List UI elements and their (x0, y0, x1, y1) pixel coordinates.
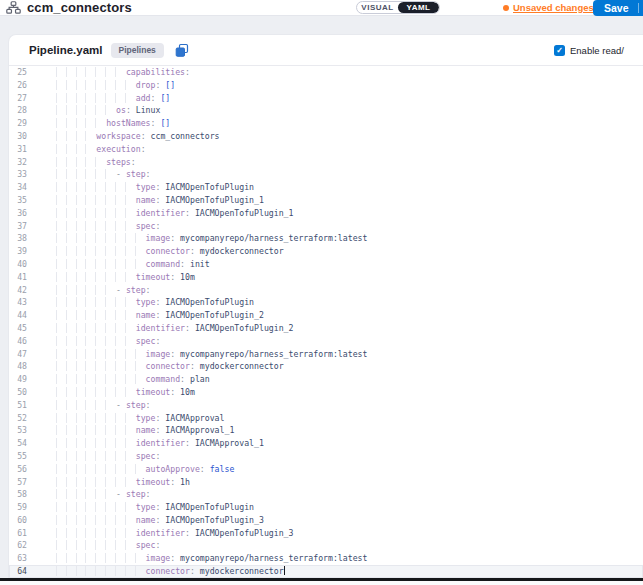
line-number: 38 (9, 232, 27, 245)
line-number: 40 (9, 258, 27, 271)
save-menu-button[interactable] (639, 6, 643, 11)
code-line[interactable]: 27 add: [] (9, 92, 643, 105)
code-line[interactable]: 42 - step: (9, 284, 643, 297)
toggle-yaml[interactable]: YAML (398, 2, 439, 13)
line-number: 54 (9, 437, 27, 450)
code-line[interactable]: 55 spec: (9, 450, 643, 463)
line-number: 27 (9, 92, 27, 105)
code-line[interactable]: 58 - step: (9, 488, 643, 501)
enable-read-checkbox[interactable]: ✓ (554, 45, 565, 56)
code-line[interactable]: 49 command: plan (9, 373, 643, 386)
line-number: 49 (9, 373, 27, 386)
line-number: 29 (9, 117, 27, 130)
line-number: 64 (9, 565, 27, 578)
save-split-button: Save (593, 0, 643, 16)
code-line[interactable]: 53 name: IACMApproval_1 (9, 424, 643, 437)
yaml-editor-card: Pipeline.yaml Pipelines ✓ Enable read/ 2… (8, 34, 643, 578)
code-line[interactable]: 30 workspace: ccm_connectors (9, 130, 643, 143)
unsaved-dot-icon (503, 5, 509, 11)
save-button[interactable]: Save (593, 2, 638, 14)
code-line[interactable]: 48 connector: mydockerconnector (9, 360, 643, 373)
line-number: 33 (9, 168, 27, 181)
code-line[interactable]: 62 spec: (9, 539, 643, 552)
code-line[interactable]: 57 timeout: 1h (9, 476, 643, 489)
code-line[interactable]: 29 hostNames: [] (9, 117, 643, 130)
code-line[interactable]: 37 spec: (9, 220, 643, 233)
code-line[interactable]: 50 timeout: 10m (9, 386, 643, 399)
code-line[interactable]: 43 type: IACMOpenTofuPlugin (9, 296, 643, 309)
code-line[interactable]: 38 image: mycompanyrepo/harness_terrafor… (9, 232, 643, 245)
code-line[interactable]: 60 name: IACMOpenTofuPlugin_3 (9, 514, 643, 527)
line-number: 55 (9, 450, 27, 463)
line-number: 59 (9, 501, 27, 514)
toggle-visual[interactable]: VISUAL (357, 2, 398, 13)
page-title: ccm_connectors (27, 0, 132, 15)
line-number: 28 (9, 104, 27, 117)
line-number: 56 (9, 463, 27, 476)
line-number: 35 (9, 194, 27, 207)
code-line[interactable]: 41 timeout: 10m (9, 271, 643, 284)
pipeline-icon (6, 1, 21, 14)
text-caret (284, 566, 285, 575)
file-name-label: Pipeline.yaml (29, 44, 103, 56)
code-line[interactable]: 61 identifier: IACMOpenTofuPlugin_3 (9, 527, 643, 540)
unsaved-label: Unsaved changes (513, 2, 594, 13)
line-number: 31 (9, 143, 27, 156)
code-line[interactable]: 47 image: mycompanyrepo/harness_terrafor… (9, 348, 643, 361)
bottom-gap (0, 581, 643, 585)
code-line[interactable]: 36 identifier: IACMOpenTofuPlugin_1 (9, 207, 643, 220)
pipeline-title-wrap: ccm_connectors (6, 0, 132, 15)
line-number: 41 (9, 271, 27, 284)
code-line[interactable]: 52 type: IACMApproval (9, 412, 643, 425)
editor-tab-row: Pipeline.yaml Pipelines ✓ Enable read/ (9, 35, 643, 66)
line-number: 52 (9, 412, 27, 425)
line-number: 57 (9, 476, 27, 489)
code-lines: 25 capabilities:26 drop: []27 add: []28 … (9, 66, 643, 578)
line-number: 32 (9, 156, 27, 169)
line-number: 47 (9, 348, 27, 361)
line-number: 44 (9, 309, 27, 322)
code-line[interactable]: 45 identifier: IACMOpenTofuPlugin_2 (9, 322, 643, 335)
code-line[interactable]: 40 command: init (9, 258, 643, 271)
code-line[interactable]: 34 type: IACMOpenTofuPlugin (9, 181, 643, 194)
code-line[interactable]: 63 image: mycompanyrepo/harness_terrafor… (9, 552, 643, 565)
code-line[interactable]: 46 spec: (9, 335, 643, 348)
line-number: 26 (9, 79, 27, 92)
code-line[interactable]: 59 type: IACMOpenTofuPlugin (9, 501, 643, 514)
code-line[interactable]: 32 steps: (9, 156, 643, 169)
line-number: 43 (9, 296, 27, 309)
line-number: 63 (9, 552, 27, 565)
line-number: 53 (9, 424, 27, 437)
code-line[interactable]: 39 connector: mydockerconnector (9, 245, 643, 258)
line-number: 58 (9, 488, 27, 501)
line-number: 46 (9, 335, 27, 348)
line-number: 25 (9, 66, 27, 79)
code-line[interactable]: 64 connector: mydockerconnector (9, 565, 643, 578)
yaml-code-editor[interactable]: 25 capabilities:26 drop: []27 add: []28 … (9, 66, 643, 578)
code-line[interactable]: 31 execution: (9, 143, 643, 156)
line-number: 51 (9, 399, 27, 412)
line-number: 45 (9, 322, 27, 335)
code-line[interactable]: 54 identifier: IACMApproval_1 (9, 437, 643, 450)
line-number: 50 (9, 386, 27, 399)
code-line[interactable]: 25 capabilities: (9, 66, 643, 79)
view-mode-toggle[interactable]: VISUAL YAML (356, 1, 440, 14)
line-number: 36 (9, 207, 27, 220)
code-line[interactable]: 26 drop: [] (9, 79, 643, 92)
line-number: 34 (9, 181, 27, 194)
code-line[interactable]: 28 os: Linux (9, 104, 643, 117)
copy-button[interactable] (175, 43, 189, 58)
enable-read-label: Enable read/ (570, 45, 624, 56)
code-line[interactable]: 51 - step: (9, 399, 643, 412)
line-number: 37 (9, 220, 27, 233)
code-line[interactable]: 35 name: IACMOpenTofuPlugin_1 (9, 194, 643, 207)
line-number: 30 (9, 130, 27, 143)
entity-type-badge: Pipelines (111, 43, 164, 58)
code-line[interactable]: 33 - step: (9, 168, 643, 181)
unsaved-changes[interactable]: Unsaved changes (503, 1, 594, 14)
copy-icon (175, 43, 189, 58)
line-number: 42 (9, 284, 27, 297)
enable-read-wrap: ✓ Enable read/ (554, 35, 624, 66)
code-line[interactable]: 44 name: IACMOpenTofuPlugin_2 (9, 309, 643, 322)
code-line[interactable]: 56 autoApprove: false (9, 463, 643, 476)
